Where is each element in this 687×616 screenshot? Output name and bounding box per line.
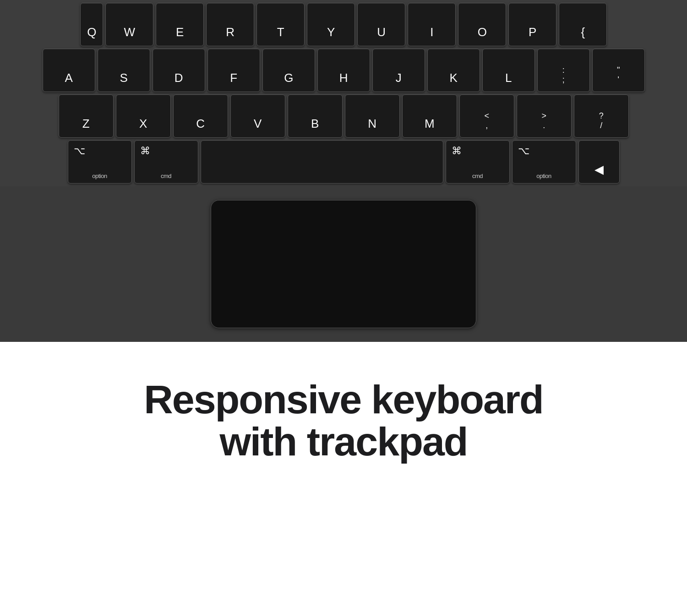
key-k[interactable]: K [427,49,480,92]
key-period[interactable]: >. [517,94,572,138]
key-t[interactable]: T [256,3,305,46]
palm-rest-area [0,186,687,342]
key-comma[interactable]: <, [459,94,514,138]
key-cmd-left[interactable]: ⌘ cmd [134,140,198,184]
key-y[interactable]: Y [307,3,355,46]
trackpad[interactable] [211,200,476,328]
key-v[interactable]: V [230,94,285,138]
key-n[interactable]: N [345,94,400,138]
key-r[interactable]: R [206,3,254,46]
key-row-zxcv: Z X C V B N M <, >. ?/ [0,94,687,138]
key-row-asdf: A S D F G H J K L :; "' [0,49,687,92]
key-bracket-open[interactable]: { [559,3,607,46]
key-h[interactable]: H [317,49,370,92]
key-spacebar[interactable] [201,140,443,184]
key-option-left[interactable]: ⌥ option [68,140,132,184]
headline-line1: Responsive keyboard [144,377,543,422]
key-x[interactable]: X [116,94,171,138]
key-c[interactable]: C [173,94,228,138]
key-o[interactable]: O [458,3,506,46]
key-row-qwerty: Q W E R T Y U I O P { [0,3,687,46]
key-cmd-right[interactable]: ⌘ cmd [446,140,510,184]
key-arrow-left[interactable]: ◀ [578,140,620,184]
key-f[interactable]: F [207,49,260,92]
key-g[interactable]: G [262,49,315,92]
key-s[interactable]: S [98,49,150,92]
key-j[interactable]: J [372,49,425,92]
headline-line2: with trackpad [219,419,467,464]
headline: Responsive keyboard with trackpad [144,378,543,463]
key-slash[interactable]: ?/ [574,94,629,138]
text-section: Responsive keyboard with trackpad [0,342,687,509]
key-semicolon[interactable]: :; [537,49,590,92]
trackpad-wrapper [18,195,669,328]
key-u[interactable]: U [357,3,405,46]
key-e[interactable]: E [156,3,204,46]
key-i[interactable]: I [408,3,456,46]
key-z[interactable]: Z [59,94,114,138]
key-p[interactable]: P [508,3,556,46]
key-l[interactable]: L [482,49,535,92]
key-row-bottom: ⌥ option ⌘ cmd ⌘ cmd ⌥ option ◀ [0,140,687,184]
key-quote[interactable]: "' [592,49,645,92]
key-a[interactable]: A [43,49,95,92]
key-option-right[interactable]: ⌥ option [512,140,576,184]
key-d[interactable]: D [153,49,205,92]
key-m[interactable]: M [402,94,457,138]
keys-container: Q W E R T Y U I O P { A S D F G H J K L … [0,0,687,186]
key-b[interactable]: B [288,94,343,138]
key-q[interactable]: Q [80,3,103,46]
key-w[interactable]: W [105,3,153,46]
keyboard-section: Q W E R T Y U I O P { A S D F G H J K L … [0,0,687,342]
